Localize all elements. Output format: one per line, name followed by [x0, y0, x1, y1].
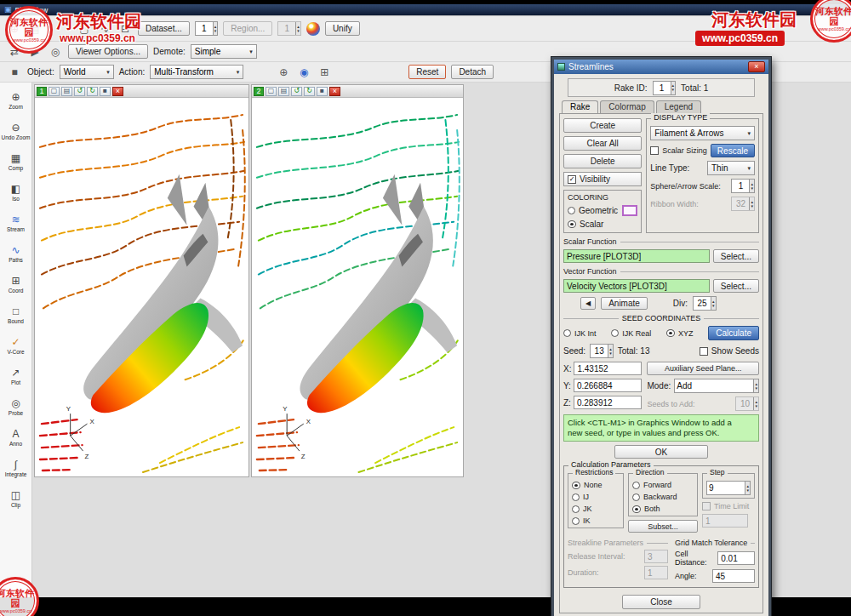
- dataset-button[interactable]: Dataset...: [138, 21, 190, 36]
- vector-function-field[interactable]: Velocity Vectors [PLOT3D]: [563, 279, 710, 293]
- restore-window-icon[interactable]: ▢: [49, 87, 60, 96]
- object-select[interactable]: World ▾: [60, 65, 114, 79]
- rescale-button[interactable]: Rescale: [711, 144, 755, 157]
- scalar-function-select-button[interactable]: Select...: [713, 249, 759, 263]
- tab-legend[interactable]: Legend: [656, 100, 701, 113]
- create-button[interactable]: Create: [563, 118, 642, 133]
- tab-rake[interactable]: Rake: [562, 100, 598, 113]
- direction-backward-radio[interactable]: Backward: [632, 493, 694, 501]
- calculate-button[interactable]: Calculate: [708, 326, 759, 340]
- animate-button[interactable]: Animate: [601, 297, 648, 310]
- sidebar-item-vcore[interactable]: ✓V-Core: [0, 330, 31, 361]
- viewer-options-button[interactable]: Viewer Options...: [68, 44, 148, 59]
- x-field[interactable]: 1.43152: [574, 362, 642, 375]
- geometric-color-swatch[interactable]: [622, 205, 637, 216]
- streamlines-dialog: Streamlines × Rake ID: 1 ▴▾ Total: 1 Rak…: [551, 57, 771, 616]
- sidebar-item-iso[interactable]: ◧Iso: [0, 177, 31, 208]
- ijk-int-radio[interactable]: IJK Int: [563, 329, 597, 338]
- dataset-stepper[interactable]: 1 ▴▾: [195, 21, 219, 36]
- restriction-ik-radio[interactable]: IK: [572, 516, 620, 525]
- display-type-select[interactable]: Filament & Arrows ▾: [650, 126, 755, 140]
- restore-window-icon[interactable]: ▢: [266, 87, 277, 96]
- sidebar-item-plot[interactable]: ↗Plot: [0, 361, 31, 391]
- viewport-2-canvas[interactable]: [252, 98, 463, 476]
- ok-button[interactable]: OK: [614, 445, 708, 459]
- close-viewport-icon[interactable]: ×: [329, 87, 340, 96]
- y-label: Y:: [563, 381, 571, 391]
- view-icon[interactable]: ■: [7, 65, 22, 80]
- angle-field[interactable]: 45: [712, 569, 755, 583]
- grid-icon[interactable]: ⊞: [317, 65, 332, 80]
- close-viewport-icon[interactable]: ×: [112, 87, 123, 96]
- scalar-sizing-checkbox[interactable]: Scalar Sizing: [650, 146, 707, 155]
- sidebar: ⊕Zoom ⊖Undo Zoom ▦Comp ◧Iso ≋Stream ∿Pat…: [0, 83, 32, 597]
- rotate-cw-icon[interactable]: ↻: [304, 87, 315, 96]
- coord-icon: ⊞: [11, 276, 20, 287]
- sidebar-item-integrate[interactable]: ∫Integrate: [0, 453, 31, 483]
- colorsphere-icon[interactable]: [306, 22, 320, 36]
- unify-button[interactable]: Unify: [325, 21, 360, 36]
- lasso-icon[interactable]: ◎: [48, 44, 63, 60]
- sidebar-item-anno[interactable]: AAnno: [0, 422, 31, 453]
- animate-prev-icon[interactable]: ◀: [580, 297, 596, 310]
- vector-function-select-button[interactable]: Select...: [713, 279, 759, 293]
- pan-icon[interactable]: ⊕: [276, 65, 291, 80]
- close-button[interactable]: Close: [622, 595, 700, 609]
- step-stepper[interactable]: 9 ▴▾: [706, 481, 751, 495]
- restriction-none-radio[interactable]: None: [572, 481, 620, 489]
- sidebar-item-coord[interactable]: ⊞Coord: [0, 269, 31, 299]
- action-select[interactable]: Multi-Transform ▾: [150, 65, 243, 79]
- z-field[interactable]: 0.283912: [574, 396, 642, 409]
- close-icon[interactable]: ×: [748, 61, 765, 72]
- line-type-select[interactable]: Thin ▾: [707, 161, 755, 175]
- visibility-checkbox[interactable]: ✓ Visibility: [563, 172, 642, 186]
- cell-distance-field[interactable]: 0.01: [717, 551, 755, 565]
- reset-button[interactable]: Reset: [408, 65, 446, 79]
- sidebar-item-stream[interactable]: ≋Stream: [0, 208, 31, 238]
- ijk-real-radio[interactable]: IJK Real: [611, 329, 651, 338]
- sidebar-item-comp[interactable]: ▦Comp: [0, 146, 31, 177]
- rake-id-stepper[interactable]: 1 ▴▾: [653, 81, 677, 95]
- display-type-title: DISPLAY TYPE: [651, 113, 710, 122]
- seed-stepper[interactable]: 13 ▴▾: [590, 344, 614, 358]
- dataset-stepper-arrows[interactable]: ▴▾: [213, 22, 218, 35]
- tile-window-icon[interactable]: ▤: [278, 87, 289, 96]
- scalar-function-field[interactable]: Pressure [PLOT3D]: [563, 249, 710, 263]
- direction-forward-radio[interactable]: Forward: [632, 481, 694, 489]
- sidebar-item-undo-zoom[interactable]: ⊖Undo Zoom: [0, 116, 31, 146]
- scalar-radio[interactable]: Scalar: [568, 220, 637, 229]
- dialog-titlebar[interactable]: Streamlines ×: [554, 60, 768, 74]
- delete-button[interactable]: Delete: [563, 154, 642, 168]
- tile-window-icon[interactable]: ▤: [61, 87, 72, 96]
- mode-select[interactable]: Add ▴▾: [674, 379, 759, 393]
- frame-icon[interactable]: ■: [100, 87, 111, 96]
- y-field[interactable]: 0.266884: [574, 379, 642, 392]
- direction-both-radio[interactable]: Both: [632, 505, 694, 513]
- sidebar-item-zoom[interactable]: ⊕Zoom: [0, 85, 31, 116]
- rotate-cw-icon[interactable]: ↻: [87, 87, 98, 96]
- sidebar-item-bound[interactable]: □Bound: [0, 299, 31, 330]
- rotate-ccw-icon[interactable]: ↺: [291, 87, 302, 96]
- sidebar-item-clip[interactable]: ◫Clip: [0, 483, 31, 514]
- globe-icon[interactable]: ◉: [296, 65, 311, 80]
- rotate-ccw-icon[interactable]: ↺: [74, 87, 85, 96]
- restriction-jk-radio[interactable]: JK: [572, 505, 620, 513]
- auxiliary-seed-plane-button[interactable]: Auxiliary Seed Plane...: [647, 362, 759, 375]
- restriction-ij-radio[interactable]: IJ: [572, 493, 620, 501]
- geometric-radio[interactable]: Geometric: [568, 205, 637, 216]
- show-seeds-checkbox[interactable]: Show Seeds: [700, 346, 759, 356]
- frame-icon[interactable]: ■: [317, 87, 328, 96]
- sidebar-item-paths[interactable]: ∿Paths: [0, 238, 31, 269]
- sphere-arrow-scale-stepper[interactable]: 1 ▴▾: [731, 179, 755, 193]
- subset-button[interactable]: Subset...: [628, 520, 698, 533]
- time-limit-checkbox: Time Limit: [702, 502, 755, 510]
- dialog-icon: [557, 63, 565, 71]
- viewport-1-canvas[interactable]: [35, 98, 248, 476]
- xyz-radio[interactable]: XYZ: [666, 329, 694, 338]
- clear-all-button[interactable]: Clear All: [563, 136, 642, 151]
- detach-button[interactable]: Detach: [451, 65, 494, 79]
- sidebar-item-probe[interactable]: ◎Probe: [0, 391, 31, 422]
- div-stepper[interactable]: 25 ▴▾: [693, 296, 717, 311]
- demote-select[interactable]: Simple ▾: [191, 44, 257, 59]
- tab-colormap[interactable]: Colormap: [600, 100, 654, 113]
